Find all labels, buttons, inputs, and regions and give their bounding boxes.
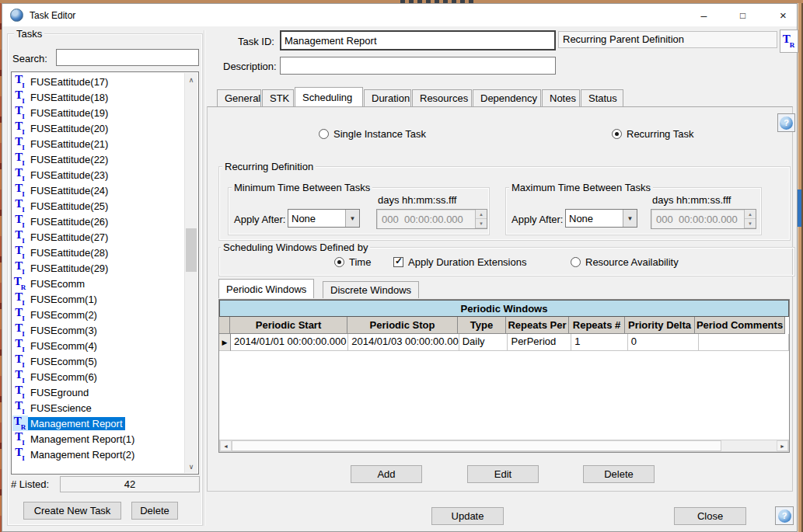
table-cell[interactable] <box>699 334 790 351</box>
close-button[interactable]: Close <box>674 507 746 525</box>
list-item[interactable]: TIManagement Report(2) <box>12 447 183 462</box>
window-title: Task Editor <box>30 10 75 21</box>
delete-button[interactable]: Delete <box>583 465 655 483</box>
maximize-button[interactable]: □ <box>725 4 760 26</box>
list-item[interactable]: TIFUSEattitude(27) <box>12 229 183 245</box>
create-new-task-button[interactable]: Create New Task <box>23 502 121 520</box>
table-row[interactable]: ▶2014/01/01 00:00:00.0002014/01/03 00:00… <box>219 334 789 351</box>
tab-general[interactable]: General <box>217 89 261 106</box>
list-item[interactable]: TIFUSEattitude(23) <box>12 167 183 183</box>
list-item[interactable]: TIFUSEattitude(22) <box>12 151 183 167</box>
task-label: FUSEattitude(29) <box>28 262 110 275</box>
periodic-windows-grid[interactable]: Periodic Windows Periodic StartPeriodic … <box>218 299 790 453</box>
list-item[interactable]: TIFUSEcomm(1) <box>12 291 183 307</box>
column-header[interactable]: Periodic Stop <box>347 317 458 334</box>
tab-dependency[interactable]: Dependency <box>473 89 541 106</box>
column-header[interactable]: Type <box>457 317 506 334</box>
task-list-scrollbar[interactable]: ∧ ∨ <box>184 73 197 473</box>
spinner-arrows-icon[interactable]: ▲▼ <box>744 210 756 228</box>
table-cell[interactable]: 0 <box>628 334 699 351</box>
recurring-task-icon-button[interactable]: TR <box>780 30 798 53</box>
scroll-up-icon[interactable]: ∧ <box>185 73 197 86</box>
column-header[interactable]: Repeats Per <box>505 317 569 334</box>
spinner-arrows-icon[interactable]: ▲▼ <box>475 210 487 228</box>
description-input[interactable] <box>280 57 556 75</box>
list-item[interactable]: TRFUSEcomm <box>12 276 183 291</box>
tab-status[interactable]: Status <box>581 89 623 106</box>
list-item[interactable]: TIFUSEattitude(20) <box>12 120 183 136</box>
list-item[interactable]: TIFUSEattitude(26) <box>12 214 183 229</box>
task-instance-icon: TI <box>12 74 28 89</box>
list-item[interactable]: TIManagement Report(1) <box>12 431 183 447</box>
apply-duration-extensions-checkbox[interactable]: Apply Duration Extensions <box>393 256 526 268</box>
help-button[interactable]: ? <box>777 113 795 132</box>
list-item[interactable]: TIFUSEscience <box>12 400 183 416</box>
task-id-input[interactable] <box>280 30 556 50</box>
hscroll-thumb[interactable] <box>232 440 721 451</box>
list-item[interactable]: TIFUSEattitude(29) <box>12 260 183 276</box>
listed-count-value: 42 <box>60 476 200 492</box>
list-item[interactable]: TIFUSEcomm(3) <box>12 322 183 338</box>
list-item[interactable]: TIFUSEattitude(18) <box>12 89 183 105</box>
task-label: Management Report <box>28 417 125 430</box>
column-header[interactable]: Priority Delta <box>624 317 695 334</box>
task-instance-icon: TI <box>12 322 28 338</box>
tab-discrete-windows[interactable]: Discrete Windows <box>323 281 419 298</box>
min-apply-after-select[interactable]: None ▼ <box>288 209 360 228</box>
scroll-left-icon[interactable]: ◄ <box>220 440 232 451</box>
list-item[interactable]: TIFUSEcomm(6) <box>12 369 183 384</box>
column-header[interactable]: Periodic Start <box>229 317 347 334</box>
list-item[interactable]: TRManagement Report <box>12 416 183 431</box>
tab-scheduling[interactable]: Scheduling <box>295 87 363 106</box>
tab-duration[interactable]: Duration <box>364 89 411 106</box>
max-duration-spinner[interactable]: 000 00:00:00.000 ▲▼ <box>651 209 756 229</box>
table-cell[interactable]: 2014/01/01 00:00:00.000 <box>231 334 348 351</box>
tab-periodic-windows[interactable]: Periodic Windows <box>218 279 314 298</box>
recurring-task-radio[interactable]: Recurring Task <box>612 128 693 140</box>
list-item[interactable]: TIFUSEcomm(4) <box>12 338 183 353</box>
list-item[interactable]: TIFUSEattitude(25) <box>12 198 183 214</box>
single-instance-radio[interactable]: Single Instance Task <box>319 128 426 140</box>
footer-help-button[interactable]: ? <box>775 506 794 525</box>
radio-on-icon <box>612 129 622 139</box>
list-item[interactable]: TIFUSEcomm(5) <box>12 353 183 369</box>
scroll-down-icon[interactable]: ∨ <box>185 460 197 473</box>
column-header[interactable]: Period Comments <box>694 317 785 334</box>
list-item[interactable]: TIFUSEattitude(28) <box>12 245 183 260</box>
edit-button[interactable]: Edit <box>467 465 539 483</box>
list-item[interactable]: TIFUSEattitude(17) <box>12 74 183 89</box>
list-item[interactable]: TIFUSEground <box>12 384 183 400</box>
table-cell[interactable]: Daily <box>459 334 508 351</box>
minimize-button[interactable]: – <box>686 4 721 26</box>
resource-availability-radio[interactable]: Resource Availability <box>571 256 679 268</box>
table-cell[interactable]: 2014/01/03 00:00:00.000 <box>348 334 459 351</box>
grid-hscrollbar[interactable]: ◄ ► <box>219 440 789 452</box>
tab-notes[interactable]: Notes <box>542 89 580 106</box>
tab-resources[interactable]: Resources <box>412 89 472 106</box>
time-radio[interactable]: Time <box>334 256 371 268</box>
tab-stk[interactable]: STK <box>262 89 294 106</box>
update-button[interactable]: Update <box>431 507 504 525</box>
list-item[interactable]: TIFUSEattitude(21) <box>12 136 183 151</box>
search-input[interactable] <box>56 49 199 66</box>
radio-off-icon <box>571 257 581 267</box>
task-recurring-icon: TR <box>781 33 797 49</box>
task-list[interactable]: TIFUSEattitude(17)TIFUSEattitude(18)TIFU… <box>11 71 199 475</box>
scroll-right-icon[interactable]: ► <box>777 440 788 451</box>
radio-on-icon <box>334 257 344 267</box>
list-item[interactable]: TIFUSEattitude(19) <box>12 105 183 120</box>
scroll-thumb[interactable] <box>186 228 197 272</box>
list-item[interactable]: TIFUSEattitude(24) <box>12 183 183 198</box>
table-cell[interactable]: PerPeriod <box>508 334 571 351</box>
row-selector-icon[interactable]: ▶ <box>219 334 231 351</box>
task-instance-icon: TI <box>12 120 28 136</box>
column-header[interactable]: Repeats # <box>568 317 625 334</box>
delete-task-button[interactable]: Delete <box>131 502 178 520</box>
add-button[interactable]: Add <box>351 465 422 483</box>
task-instance-icon: TI <box>12 338 28 353</box>
table-cell[interactable]: 1 <box>571 334 628 351</box>
max-apply-after-select[interactable]: None ▼ <box>565 209 637 228</box>
list-item[interactable]: TIFUSEcomm(2) <box>12 307 183 322</box>
min-duration-spinner[interactable]: 000 00:00:00.000 ▲▼ <box>376 209 487 229</box>
close-icon[interactable]: × <box>766 4 801 26</box>
